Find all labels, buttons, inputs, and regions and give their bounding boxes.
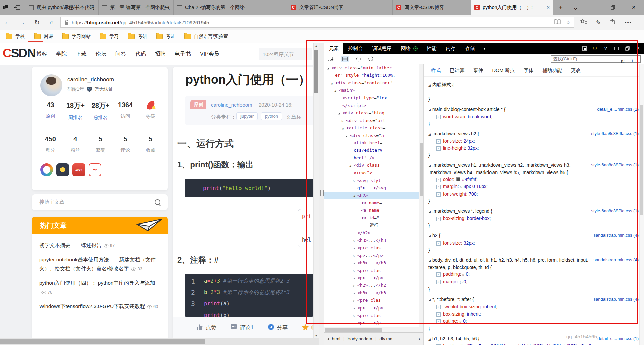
scroll-up-icon[interactable]: ▴ bbox=[314, 44, 319, 47]
property-checkbox[interactable]: ✓ bbox=[436, 146, 441, 151]
scrollbar-thumb[interactable] bbox=[314, 50, 318, 93]
styles-tab-事件[interactable]: 事件 bbox=[474, 67, 483, 74]
styles-scrollbar[interactable] bbox=[639, 64, 644, 345]
expanded-arrow-icon[interactable]: ◢ bbox=[331, 80, 335, 87]
profile-stat[interactable]: 4粉丝 bbox=[63, 135, 88, 153]
browser-tab[interactable]: 第二章 编写第一个网络爬虫 bbox=[99, 0, 174, 15]
collapsed-arrow-icon[interactable]: ▷ bbox=[353, 290, 357, 297]
collapsed-arrow-icon[interactable]: ▷ bbox=[353, 320, 357, 327]
css-property[interactable]: ✓line-height: 32px; bbox=[428, 145, 639, 152]
css-property[interactable]: ✓color: #4f4f4f; bbox=[428, 176, 639, 183]
specificity-button[interactable]: a: bbox=[621, 58, 625, 64]
csdn-nav-item[interactable]: 论坛 bbox=[96, 51, 106, 58]
collapsed-arrow-icon[interactable]: ▷ bbox=[353, 177, 357, 184]
property-checkbox[interactable]: ✓ bbox=[436, 305, 441, 309]
bookmark-item[interactable]: 学习网站 bbox=[62, 33, 91, 40]
browser-tab[interactable]: C写文章-CSDN博客 bbox=[393, 0, 471, 15]
profile-stat[interactable]: 450积分 bbox=[38, 135, 63, 153]
dom-horizontal-scrollbar[interactable] bbox=[324, 327, 423, 332]
rule-expander-icon[interactable]: ◢ bbox=[428, 234, 431, 238]
bookmark-item[interactable]: 学习 bbox=[100, 33, 119, 40]
devtools-splitter[interactable] bbox=[319, 43, 324, 345]
rule-expander-icon[interactable]: ◢ bbox=[428, 259, 431, 262]
dom-node[interactable]: 一、运行 bbox=[324, 222, 419, 229]
csdn-search-box[interactable]: 1024程序员节 bbox=[259, 48, 312, 60]
property-checkbox[interactable]: ✓ bbox=[436, 319, 441, 324]
dom-node[interactable]: ◢<h2> bbox=[324, 192, 419, 199]
styles-tab-字体[interactable]: 字体 bbox=[524, 67, 533, 74]
dom-node[interactable]: ▷<p>...</p bbox=[324, 319, 419, 327]
css-property[interactable]: ✓font-size: 32px; bbox=[428, 239, 639, 247]
css-property[interactable]: ✓box-sizing: inherit; bbox=[428, 310, 639, 318]
rule-expander-icon[interactable]: ◢ bbox=[428, 164, 431, 167]
property-checkbox[interactable]: ✓ bbox=[436, 178, 441, 182]
restore-button[interactable] bbox=[602, 0, 623, 15]
dom-node[interactable]: ◢<div class="container" bbox=[324, 79, 419, 87]
expanded-arrow-icon[interactable]: ◢ bbox=[345, 132, 350, 139]
article-author-link[interactable]: caroline_richboom bbox=[211, 102, 252, 108]
profile-stat[interactable]: 43原创 bbox=[38, 101, 63, 121]
profile-stat[interactable]: 5评论 bbox=[113, 135, 138, 153]
hub-favorites-icon[interactable] bbox=[580, 19, 587, 26]
collapsed-arrow-icon[interactable]: ▷ bbox=[353, 260, 357, 267]
devtools-tab-网络[interactable]: 网络 bbox=[396, 43, 422, 54]
property-checkbox[interactable]: ✓ bbox=[436, 115, 441, 119]
close-devtools-button[interactable]: ✕ bbox=[633, 46, 643, 51]
rule-expander-icon[interactable]: ◢ bbox=[428, 84, 431, 87]
help-icon[interactable]: ? bbox=[601, 46, 610, 51]
expanded-arrow-icon[interactable]: ◢ bbox=[334, 87, 339, 94]
close-window-button[interactable]: ✕ bbox=[623, 0, 644, 15]
rule-expander-icon[interactable]: ◢ bbox=[428, 298, 431, 302]
dom-node[interactable]: <a id=". bbox=[324, 214, 419, 222]
web-note-pen-icon[interactable]: ✎ bbox=[596, 19, 601, 26]
dom-node[interactable]: ▷<p>...</p> bbox=[324, 252, 419, 259]
browser-tab[interactable]: C文章管理-CSDN博客 bbox=[287, 0, 393, 15]
color-picker-icon[interactable] bbox=[356, 56, 361, 62]
property-checkbox[interactable]: ✓ bbox=[436, 272, 441, 277]
dom-node[interactable]: <a name= bbox=[324, 199, 419, 207]
undock-icon[interactable] bbox=[623, 46, 632, 51]
stylesheet-link[interactable]: sandalstrap.min.css (4) bbox=[594, 257, 639, 263]
expanded-arrow-icon[interactable]: ◢ bbox=[327, 65, 331, 72]
page-horizontal-scrollbar[interactable] bbox=[0, 338, 319, 345]
stylesheet-link[interactable]: style-6aa8c38f9a.css (1) bbox=[591, 162, 639, 168]
dom-node[interactable]: ◢<div class="main_father bbox=[324, 64, 419, 72]
styles-tab-更改[interactable]: 更改 bbox=[571, 67, 581, 74]
value-expander-icon[interactable]: ▷ bbox=[460, 185, 463, 189]
dom-node[interactable]: ◢<div class="blog- bbox=[324, 109, 419, 117]
browser-tab[interactable]: Cha 2 -编写你的第一个网络 bbox=[174, 0, 287, 15]
csdn-nav-item[interactable]: 问答 bbox=[115, 51, 126, 58]
share-icon[interactable] bbox=[609, 19, 615, 26]
dock-bottom-icon[interactable] bbox=[612, 47, 621, 50]
value-expander-icon[interactable]: ▷ bbox=[460, 320, 462, 323]
profile-stat[interactable]: 等级 bbox=[138, 101, 163, 121]
dom-node[interactable]: ▷<h3>...</h3 bbox=[324, 259, 419, 267]
tab-dropdown-button[interactable]: ⌄ bbox=[568, 0, 583, 15]
highlight-element-icon[interactable] bbox=[341, 56, 349, 62]
devtools-tab-元素[interactable]: 元素 bbox=[324, 43, 343, 54]
blog-search-card[interactable]: 搜博主文章 bbox=[32, 194, 168, 210]
collapsed-arrow-icon[interactable]: ▷ bbox=[353, 282, 357, 289]
value-expander-icon[interactable]: ▷ bbox=[463, 273, 465, 276]
forward-button[interactable]: → bbox=[15, 19, 30, 26]
profile-stat[interactable]: 5获赞 bbox=[88, 135, 113, 153]
bookmark-item[interactable]: 考证 bbox=[156, 33, 175, 40]
code-block-1[interactable]: print("hello world!") bbox=[185, 179, 313, 197]
dom-node[interactable]: ▷<h3>...</h3 bbox=[324, 289, 419, 297]
rule-expander-icon[interactable]: ◢ bbox=[428, 338, 431, 341]
dom-node[interactable]: ▷<pre clas bbox=[324, 312, 419, 319]
share-action-button[interactable]: 分享 bbox=[268, 324, 288, 332]
collapsed-arrow-icon[interactable]: ▷ bbox=[353, 312, 357, 319]
set-tabs-aside-icon[interactable] bbox=[11, 0, 23, 15]
csdn-nav-item[interactable]: 代码 bbox=[135, 51, 146, 58]
tab-preview-icon[interactable] bbox=[0, 0, 11, 15]
breadcrumb-item[interactable]: html bbox=[332, 336, 341, 341]
stylesheet-link[interactable]: detail_e....min.css (1) bbox=[597, 106, 639, 113]
csdn-nav-item[interactable]: 招聘 bbox=[155, 51, 166, 58]
css-property[interactable]: ✓font-size: 24px; bbox=[428, 138, 639, 145]
property-checkbox[interactable]: ✓ bbox=[436, 139, 441, 144]
filter-icon[interactable]: ▼ bbox=[480, 43, 490, 54]
collapsed-arrow-icon[interactable]: ▷ bbox=[353, 245, 357, 252]
collapsed-arrow-icon[interactable]: ▷ bbox=[353, 297, 357, 304]
dom-node[interactable]: g">...</svg bbox=[324, 184, 419, 192]
